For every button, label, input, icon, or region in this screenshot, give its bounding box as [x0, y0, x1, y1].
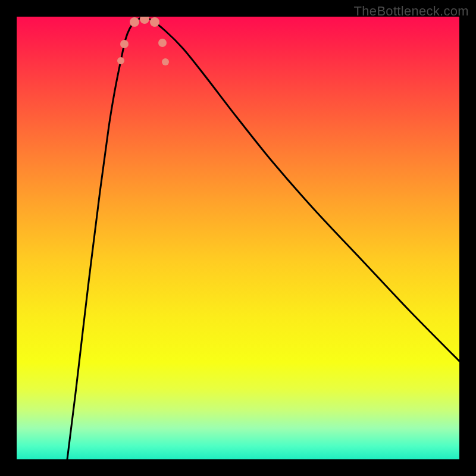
plot-area [17, 17, 459, 459]
chart-frame: TheBottleneck.com [0, 0, 476, 476]
bottleneck-curve [67, 18, 459, 459]
data-markers [117, 17, 169, 65]
watermark-text: TheBottleneck.com [354, 4, 469, 19]
marker-bottom-c [150, 17, 159, 27]
marker-bottom-a [130, 17, 139, 27]
marker-bottom-b [140, 17, 149, 24]
marker-right-upper [162, 58, 169, 65]
curve-layer [17, 17, 459, 459]
marker-left-upper [117, 57, 124, 64]
bottleneck-curve-path [67, 18, 459, 459]
marker-left-lower [120, 40, 129, 48]
marker-right-lower [158, 39, 167, 47]
